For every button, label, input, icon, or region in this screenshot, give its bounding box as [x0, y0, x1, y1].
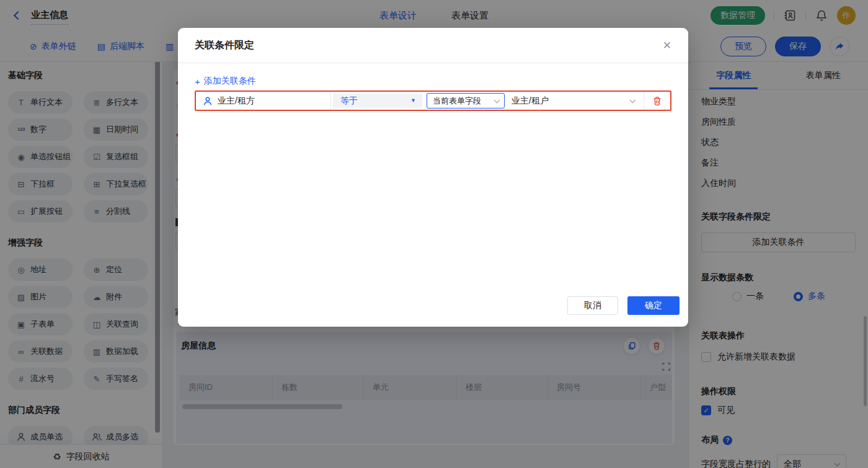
triangle-down-icon: ▼ — [410, 98, 416, 104]
plus-icon: + — [195, 76, 200, 87]
condition-modal: 关联条件限定 ✕ + 添加关联条件 业主/租方 等于 ▼ — [178, 28, 688, 327]
modal-body: + 添加关联条件 业主/租方 等于 ▼ 当前表单字段 — [178, 63, 688, 111]
operator-select[interactable]: 等于 ▼ — [333, 94, 422, 108]
chevron-down-icon — [494, 97, 500, 103]
add-condition-link[interactable]: + 添加关联条件 — [195, 76, 256, 87]
modal-footer: 取消 确定 — [567, 296, 680, 315]
app-root: 业主信息 表单设计 表单设置 数据管理 — [0, 0, 868, 468]
condition-row: 业主/租方 等于 ▼ 当前表单字段 业主/租户 — [195, 91, 671, 111]
delete-condition-button[interactable] — [644, 92, 670, 110]
person-icon — [203, 96, 213, 106]
cancel-button[interactable]: 取消 — [567, 296, 618, 315]
trash-icon — [652, 96, 662, 106]
source-type-select[interactable]: 当前表单字段 — [427, 93, 505, 108]
close-icon[interactable]: ✕ — [663, 39, 671, 52]
modal-title: 关联条件限定 — [195, 39, 254, 52]
source-field-select[interactable]: 业主/租户 — [505, 92, 644, 110]
chevron-down-icon — [630, 97, 636, 103]
confirm-button[interactable]: 确定 — [627, 296, 680, 315]
condition-field[interactable]: 业主/租方 — [196, 92, 331, 110]
modal-header: 关联条件限定 ✕ — [178, 28, 688, 63]
